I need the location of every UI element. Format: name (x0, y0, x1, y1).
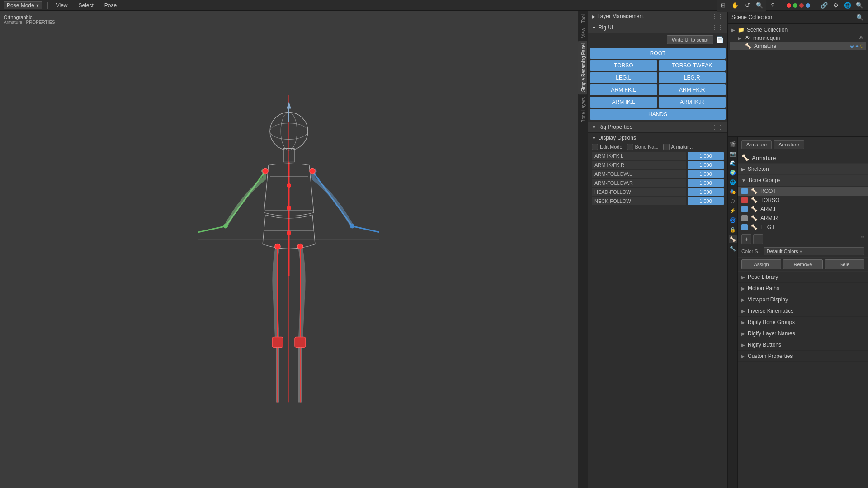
prop-row-1: ARM IK/FK.R 1.000 (592, 161, 724, 169)
remove-bone-group-btn[interactable]: − (753, 234, 763, 244)
bottom-section-4[interactable]: ▶ Rigify Bone Groups (738, 317, 868, 328)
skeleton-title: Skeleton (748, 166, 769, 172)
object-props-icon[interactable]: 🎭 (729, 188, 737, 196)
display-opts-header[interactable]: ▼ Display Options (592, 135, 724, 141)
search-icon-btn[interactable]: 🔍 (854, 0, 864, 10)
bone-groups-dots[interactable]: ⠿ (861, 234, 864, 244)
rig-props-menu[interactable]: ⋮⋮ (711, 123, 724, 131)
prop-row-0: ARM IK/FK.L 1.000 (592, 152, 724, 160)
eye-icon: 👁 (857, 35, 864, 41)
armature-tab-1[interactable]: Armature (741, 140, 772, 149)
assign-btn[interactable]: Assign (741, 259, 781, 269)
prop-value-1[interactable]: 1.000 (688, 161, 724, 169)
svg-point-34 (310, 169, 315, 174)
leg-l-btn[interactable]: LEG.L (590, 72, 657, 83)
bs-label-2: Viewport Display (748, 296, 788, 303)
rig-ui-menu[interactable]: ⋮⋮ (711, 24, 724, 31)
root-btn[interactable]: ROOT (590, 48, 726, 59)
menu-select[interactable]: Select (76, 1, 96, 9)
settings-icon-btn[interactable]: ⚙ (831, 0, 841, 10)
link-icon-btn[interactable]: 🔗 (819, 0, 829, 10)
prop-value-4[interactable]: 1.000 (688, 188, 724, 196)
add-bone-group-btn[interactable]: + (741, 234, 751, 244)
select-btn[interactable]: Sele (825, 259, 864, 269)
prop-value-2[interactable]: 1.000 (688, 170, 724, 178)
mode-selector[interactable]: Pose Mode ▾ (4, 1, 42, 9)
menu-pose[interactable]: Pose (102, 1, 119, 9)
bone-group-leg-l[interactable]: 🦴 LEG.L (738, 223, 868, 232)
view-layer-icon[interactable]: 🌊 (729, 159, 737, 167)
output-props-icon[interactable]: 📷 (729, 150, 737, 158)
hand-tool-btn[interactable]: ✋ (729, 0, 741, 11)
prop-label-1: ARM IK/FK.R (592, 161, 686, 169)
scene-icon[interactable]: 🌍 (729, 169, 737, 177)
constraints-icon[interactable]: 🔒 (729, 225, 737, 234)
tree-mannequin[interactable]: ▶ 👁 mannequin 👁 (730, 34, 866, 42)
mode-label: Pose Mode (7, 2, 34, 9)
rig-row-2: LEG.L LEG.R (590, 72, 726, 83)
tab-bone-layers[interactable]: Bone Layers (578, 94, 587, 125)
modifiers-icon[interactable]: ⬡ (729, 197, 737, 205)
bone-group-arm-r[interactable]: 🦴 ARM.R (738, 214, 868, 223)
assign-row: Assign Remove Sele (738, 258, 868, 272)
bone-group-torso[interactable]: 🦴 TORSO (738, 196, 868, 205)
rig-props-header[interactable]: ▼ Rig Properties ⋮⋮ (588, 122, 727, 133)
grid-tool-btn[interactable]: ⊞ (717, 0, 729, 11)
world-icon[interactable]: 🌐 (729, 178, 737, 186)
bottom-section-5[interactable]: ▶ Rigify Layer Names (738, 328, 868, 339)
edit-mode-checkbox[interactable] (592, 144, 598, 150)
bone-names-label: Bone Na... (635, 144, 659, 150)
rig-constraint-icon: ▽ (860, 43, 863, 49)
layer-mgmt-menu[interactable]: ⋮⋮ (711, 13, 724, 20)
tab-view[interactable]: View (578, 25, 587, 41)
bottom-section-0[interactable]: ▶ Pose Library (738, 272, 868, 283)
leg-r-btn[interactable]: LEG.R (659, 72, 726, 83)
bone-group-arm-l[interactable]: 🦴 ARM.L (738, 205, 868, 214)
arm-ik-r-btn[interactable]: ARM IK.R (659, 97, 726, 108)
render-props-icon[interactable]: 🎬 (729, 140, 737, 148)
layer-management-header[interactable]: ▶ Layer Management ⋮⋮ (588, 11, 727, 22)
bottom-section-2[interactable]: ▶ Viewport Display (738, 294, 868, 305)
bone-groups-header[interactable]: ▼ Bone Groups (738, 175, 868, 186)
remove-btn[interactable]: Remove (783, 259, 823, 269)
layer-mgmt-arrow: ▶ (592, 14, 595, 19)
tree-armature[interactable]: 🦴 Armature ⊕ ✦ ▽ (730, 42, 866, 50)
arm-fk-r-btn[interactable]: ARM FK.R (659, 84, 726, 95)
menu-view[interactable]: View (53, 1, 71, 9)
bone-icon[interactable]: 🔧 (729, 244, 737, 253)
tree-scene-collection[interactable]: ▶ 📁 Scene Collection (730, 26, 866, 34)
arm-fk-l-btn[interactable]: ARM FK.L (590, 84, 657, 95)
bone-group-root[interactable]: 🦴 ROOT (738, 187, 868, 196)
rotate-tool-btn[interactable]: ↺ (741, 0, 753, 11)
help-btn[interactable]: ? (768, 0, 778, 10)
write-ui-button[interactable]: Write UI to script (667, 35, 713, 44)
bottom-section-7[interactable]: ▶ Custom Properties (738, 351, 868, 362)
bone-names-checkbox[interactable] (627, 144, 633, 150)
outliner-search-btn[interactable]: 🔍 (855, 13, 864, 22)
arm-ik-l-btn[interactable]: ARM IK.L (590, 97, 657, 108)
tab-simple-renaming[interactable]: Simple Renaming Panel (578, 41, 587, 94)
bottom-section-3[interactable]: ▶ Inverse Kinematics (738, 305, 868, 317)
physics-icon[interactable]: 🌀 (729, 216, 737, 224)
prop-value-3[interactable]: 1.000 (688, 179, 724, 187)
render-icon-btn[interactable]: 🌐 (843, 0, 853, 10)
tab-tool[interactable]: Tool (578, 12, 587, 25)
prop-value-0[interactable]: 1.000 (688, 152, 724, 160)
viewport[interactable]: Orthographic Armature : PROPERTIES (0, 11, 578, 488)
armature-checkbox[interactable] (663, 144, 670, 150)
particles-icon[interactable]: ⚡ (729, 206, 737, 215)
color-set-select[interactable]: Default Colors ▾ (764, 247, 864, 255)
color-dot-green (793, 3, 797, 8)
zoom-tool-btn[interactable]: 🔍 (754, 0, 765, 11)
hands-btn[interactable]: HANDS (590, 109, 726, 120)
prop-value-5[interactable]: 1.000 (688, 197, 724, 205)
object-data-icon[interactable]: 🦴 (729, 235, 737, 243)
armature-tab-2[interactable]: Armature (774, 140, 804, 149)
skeleton-header[interactable]: ▶ Skeleton (738, 164, 868, 174)
bottom-section-6[interactable]: ▶ Rigify Buttons (738, 339, 868, 351)
bottom-section-1[interactable]: ▶ Motion Paths (738, 283, 868, 294)
torso-tweak-btn[interactable]: TORSO-TWEAK (659, 60, 726, 71)
torso-btn[interactable]: TORSO (590, 60, 657, 71)
rig-ui-header[interactable]: ▼ Rig UI ⋮⋮ (588, 22, 727, 33)
armature-name-row: 🦴 Armature (738, 152, 868, 164)
